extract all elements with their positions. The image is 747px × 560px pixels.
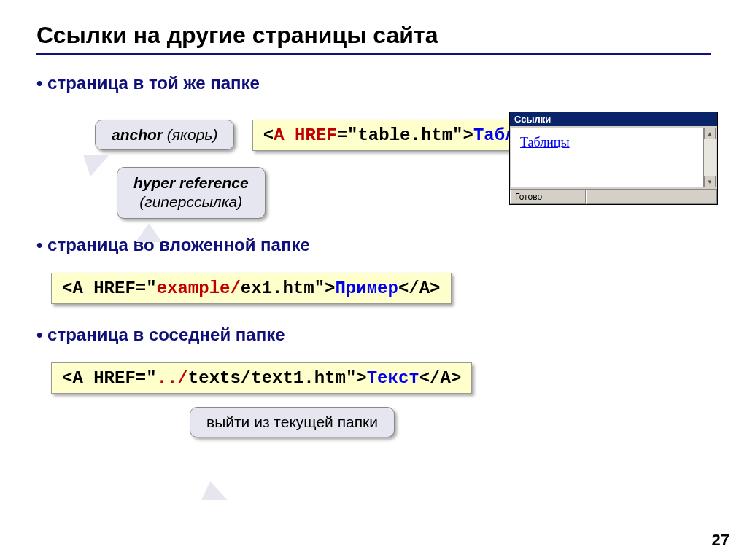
mini-browser-status-text: Готово [510,190,586,204]
mini-browser-body: Таблицы ▲ ▼ [511,128,716,187]
callout-href: hyper reference (гиперссылка) [117,167,266,219]
scroll-down-icon[interactable]: ▼ [704,176,716,187]
callout-exit: выйти из текущей папки [190,407,395,438]
mini-browser-link[interactable]: Таблицы [520,135,570,149]
mini-browser-title: Ссылки [510,112,717,126]
code-sibling-folder: <A HREF="../texts/text1.htm">Текст</A> [51,362,472,394]
callout-href-rest: (гиперссылка) [139,193,242,210]
page-title: Ссылки на другие страницы сайта [36,22,711,55]
page-number: 27 [712,531,729,550]
slide: Ссылки на другие страницы сайта страница… [0,0,747,560]
code-sub-folder: <A HREF="example/ex1.htm">Пример</A> [51,273,452,304]
bullet-same-folder: страница в той же папке [36,73,711,93]
callout-anchor: anchor (якорь) [95,120,234,150]
callout-anchor-rest: (якорь) [163,126,217,143]
callout-exit-text: выйти из текущей папки [206,413,378,430]
mini-browser-scrollbar[interactable]: ▲ ▼ [703,128,716,187]
callout-anchor-bold: anchor [112,126,163,143]
pointer-href-icon [136,223,162,242]
pointer-exit-icon [201,481,228,500]
pointer-anchor-icon [83,155,109,176]
mini-browser-status-empty [586,190,717,204]
mini-browser-statusbar: Готово [510,189,717,204]
bullet-sibling-folder: страница в соседней папке [36,324,711,345]
mini-browser-window: Ссылки Таблицы ▲ ▼ Готово [509,112,718,205]
scroll-up-icon[interactable]: ▲ [704,128,716,139]
callout-href-bold: hyper reference [133,174,249,191]
scroll-track[interactable] [704,139,716,176]
